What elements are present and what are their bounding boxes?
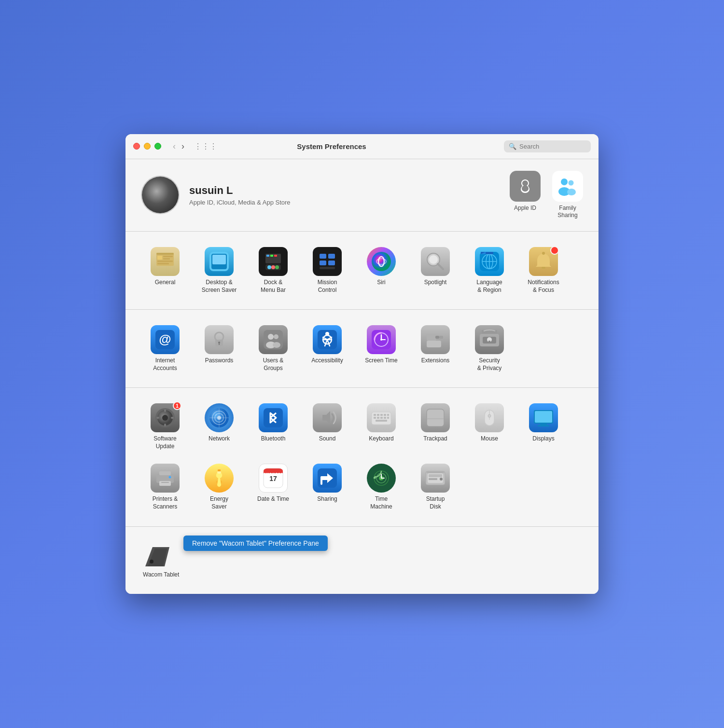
svg-rect-100 xyxy=(384,417,386,419)
wacom-tablet-icon xyxy=(143,542,172,571)
internet-accounts-icon: @ xyxy=(151,325,180,354)
startup-disk-icon xyxy=(421,464,450,493)
maximize-button[interactable] xyxy=(154,143,161,150)
pref-item-desktop-screensaver[interactable]: Desktop &Screen Saver xyxy=(193,241,245,300)
users-groups-label: Users &Groups xyxy=(263,357,284,372)
search-box[interactable]: 🔍 xyxy=(504,140,591,152)
pref-item-users-groups[interactable]: Users &Groups xyxy=(247,319,299,378)
search-input[interactable] xyxy=(519,143,582,150)
extensions-label: Extensions xyxy=(421,357,450,365)
svg-point-107 xyxy=(488,414,491,417)
pref-item-mission-control[interactable]: MissionControl xyxy=(301,241,353,300)
security-privacy-icon xyxy=(475,325,504,354)
wacom-tablet-label: Wacom Tablet xyxy=(143,571,179,579)
pref-item-sharing[interactable]: Sharing xyxy=(301,458,353,516)
keyboard-icon xyxy=(367,403,396,432)
apple-id-button[interactable]: Apple ID xyxy=(510,171,541,220)
notifications-focus-icon xyxy=(529,247,558,276)
window-title: System Preferences xyxy=(165,142,498,151)
accessibility-label: Accessibility xyxy=(311,357,343,365)
pref-item-sound[interactable]: Sound xyxy=(301,398,353,456)
svg-rect-80 xyxy=(164,409,166,412)
profile-right: Apple ID FamilySharing xyxy=(510,171,583,220)
close-button[interactable] xyxy=(133,143,140,150)
svg-rect-135 xyxy=(429,474,442,477)
avatar[interactable] xyxy=(141,176,180,214)
security-privacy-label: Security& Privacy xyxy=(477,357,502,372)
pref-item-accessibility[interactable]: Accessibility xyxy=(301,319,353,378)
svg-rect-119 xyxy=(218,469,221,471)
internet-accounts-label: InternetAccounts xyxy=(153,357,177,372)
pref-item-extensions[interactable]: Extensions xyxy=(409,319,461,378)
pref-item-spotlight[interactable]: Spotlight xyxy=(409,241,461,300)
pref-item-dock-menubar[interactable]: Dock &Menu Bar xyxy=(247,241,299,300)
profile-subtitle: Apple ID, iCloud, Media & App Store xyxy=(189,199,291,206)
pref-item-language-region[interactable]: Language& Region xyxy=(463,241,515,300)
svg-point-1 xyxy=(569,180,574,185)
svg-point-116 xyxy=(169,476,171,479)
profile-name: susuin L xyxy=(189,184,291,197)
family-sharing-button[interactable]: FamilySharing xyxy=(552,171,583,220)
pref-item-mouse[interactable]: Mouse xyxy=(463,398,515,456)
general-label: General xyxy=(155,279,176,287)
svg-rect-138 xyxy=(427,471,444,473)
family-sharing-label: FamilySharing xyxy=(557,205,577,220)
svg-rect-16 xyxy=(266,255,269,257)
mouse-label: Mouse xyxy=(481,435,498,443)
mission-control-label: MissionControl xyxy=(318,279,337,294)
pref-item-trackpad[interactable]: Trackpad xyxy=(409,398,461,456)
svg-rect-69 xyxy=(435,336,439,339)
svg-point-67 xyxy=(380,339,382,341)
svg-rect-98 xyxy=(377,417,379,419)
pref-item-siri[interactable]: Siri xyxy=(355,241,407,300)
pref-item-keyboard[interactable]: Keyboard xyxy=(355,398,407,456)
svg-rect-83 xyxy=(171,417,174,419)
pref-item-displays[interactable]: Displays xyxy=(517,398,570,456)
pref-item-network[interactable]: Network xyxy=(193,398,245,456)
svg-rect-82 xyxy=(156,417,159,419)
svg-point-51 xyxy=(268,334,274,340)
apple-id-icon xyxy=(510,171,541,202)
context-menu[interactable]: Remove "Wacom Tablet" Preference Pane xyxy=(183,536,328,551)
screen-time-label: Screen Time xyxy=(365,357,397,365)
profile-info: susuin L Apple ID, iCloud, Media & App S… xyxy=(189,184,291,206)
pref-item-general[interactable]: General xyxy=(139,241,191,300)
pref-item-notifications-focus[interactable]: Notifications& Focus xyxy=(517,241,570,300)
svg-rect-18 xyxy=(274,255,277,257)
pref-item-startup-disk[interactable]: StartupDisk xyxy=(409,458,461,516)
svg-rect-81 xyxy=(164,424,166,426)
svg-point-137 xyxy=(440,478,443,481)
svg-rect-7 xyxy=(163,256,173,257)
pref-item-date-time[interactable]: 17 S M T W T F S Date & Time xyxy=(247,458,299,516)
pref-item-passwords[interactable]: Passwords xyxy=(193,319,245,378)
pref-item-software-update[interactable]: 1 SoftwareUpdate xyxy=(139,398,191,456)
minimize-button[interactable] xyxy=(144,143,151,150)
pref-item-printers-scanners[interactable]: Printers &Scanners xyxy=(139,458,191,516)
pref-item-energy-saver[interactable]: EnergySaver xyxy=(193,458,245,516)
trackpad-label: Trackpad xyxy=(423,435,447,443)
svg-text:S M T W T F S: S M T W T F S xyxy=(264,472,283,475)
passwords-icon xyxy=(205,325,234,354)
pref-item-time-machine[interactable]: TimeMachine xyxy=(355,458,407,516)
siri-label: Siri xyxy=(377,279,385,287)
svg-point-33 xyxy=(429,255,438,264)
sound-icon xyxy=(313,403,342,432)
pref-item-screen-time[interactable]: Screen Time xyxy=(355,319,407,378)
pref-item-internet-accounts[interactable]: @ InternetAccounts xyxy=(139,319,191,378)
time-machine-label: TimeMachine xyxy=(370,495,392,510)
pref-item-bluetooth[interactable]: Bluetooth xyxy=(247,398,299,456)
svg-rect-94 xyxy=(380,414,383,416)
svg-rect-28 xyxy=(320,267,335,269)
pref-item-security-privacy[interactable]: Security& Privacy xyxy=(463,319,515,378)
svg-rect-113 xyxy=(159,471,171,475)
sound-label: Sound xyxy=(319,435,336,443)
bluetooth-icon xyxy=(259,403,288,432)
software-update-label: SoftwareUpdate xyxy=(153,435,176,450)
system-preferences-window: ‹ › ⋮⋮⋮ System Preferences 🔍 susuin L Ap… xyxy=(125,134,599,594)
notifications-badge xyxy=(550,246,559,255)
displays-label: Displays xyxy=(532,435,554,443)
screen-time-icon xyxy=(367,325,396,354)
svg-rect-90 xyxy=(264,408,283,427)
svg-line-34 xyxy=(438,264,443,269)
hardware-grid: 1 SoftwareUpdate xyxy=(139,398,585,456)
